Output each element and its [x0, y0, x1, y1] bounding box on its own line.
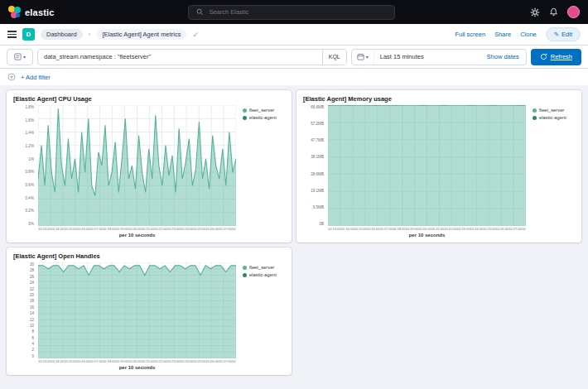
- edit-button[interactable]: ✎ Edit: [546, 27, 581, 41]
- legend-dot-icon: [533, 116, 537, 120]
- y-axis: 1.8%1.6%1.4%1.2%1%0.8%0.6%0.4%0.2%0%: [13, 105, 36, 226]
- legend: fleet_serverelastic-agent: [528, 105, 575, 239]
- y-tick-label: 4: [31, 342, 34, 346]
- query-input-group: KQL: [37, 49, 347, 65]
- y-tick-label: 38.1MB: [311, 155, 324, 159]
- y-tick-label: 0%: [28, 222, 34, 226]
- search-input[interactable]: [209, 8, 388, 16]
- filter-circle-icon[interactable]: [7, 70, 16, 84]
- refresh-icon: [540, 53, 547, 60]
- add-filter-button[interactable]: + Add filter: [21, 74, 51, 81]
- legend-item[interactable]: elastic-agent: [243, 272, 285, 277]
- kql-syntax-button[interactable]: KQL: [322, 50, 346, 65]
- global-search[interactable]: [188, 5, 395, 20]
- legend-item[interactable]: fleet_server: [243, 265, 285, 270]
- time-range-value[interactable]: Last 15 minutes: [374, 53, 430, 60]
- menu-hamburger-icon[interactable]: [7, 31, 17, 38]
- legend-label: elastic-agent: [249, 115, 277, 120]
- refresh-button[interactable]: Refresh: [531, 49, 581, 65]
- breadcrumb-separator: ›: [89, 31, 91, 38]
- dashboard-app-icon[interactable]: D: [22, 28, 35, 41]
- y-tick-label: 6: [31, 336, 34, 340]
- x-axis-label: per 10 seconds: [328, 232, 526, 239]
- y-tick-label: 10: [30, 324, 34, 328]
- show-dates-button[interactable]: Show dates: [480, 53, 526, 60]
- y-tick-label: 26: [30, 275, 34, 279]
- chevron-down-icon: ▾: [23, 54, 26, 60]
- query-bar: ▾ KQL ▾ Last 15 minutes Show dates Refre…: [0, 46, 588, 69]
- navigation-bar: D Dashboard › [Elastic Agent] Agent metr…: [0, 24, 588, 46]
- open-handles-chart[interactable]: [38, 262, 236, 358]
- saved-check-icon: ✓: [192, 31, 199, 39]
- legend-item[interactable]: fleet_server: [533, 108, 575, 113]
- legend-dot-icon: [243, 266, 247, 270]
- elastic-logo[interactable]: elastic: [8, 6, 55, 18]
- panel-title: [Elastic Agent] Memory usage: [303, 95, 575, 103]
- legend: fleet_serverelastic-agent: [239, 105, 285, 239]
- x-axis: 10:13:0010:14:0010:15:0010:16:0010:17:00…: [38, 226, 236, 232]
- legend-item[interactable]: fleet_server: [243, 108, 285, 113]
- legend-label: fleet_server: [249, 265, 274, 270]
- x-axis-label: per 10 seconds: [38, 364, 236, 372]
- y-tick-label: 8: [31, 329, 34, 334]
- legend-item[interactable]: elastic-agent: [243, 115, 285, 120]
- user-avatar[interactable]: [567, 6, 580, 18]
- date-picker: ▾ Last 15 minutes Show dates: [351, 49, 527, 65]
- y-tick-label: 1.2%: [26, 144, 34, 148]
- y-axis: 302826242220181614121086420: [13, 262, 36, 358]
- pencil-icon: ✎: [554, 31, 559, 38]
- settings-gear-icon[interactable]: [529, 7, 540, 17]
- y-tick-label: 9.5MB: [313, 205, 324, 209]
- x-axis-label: per 10 seconds: [38, 232, 236, 239]
- legend-dot-icon: [533, 108, 537, 113]
- elastic-logo-icon: [8, 6, 21, 18]
- y-tick-label: 2: [31, 348, 34, 352]
- breadcrumb-dashboard[interactable]: Dashboard: [41, 29, 83, 40]
- y-tick-label: 16: [30, 305, 34, 310]
- full-screen-button[interactable]: Full screen: [455, 31, 485, 38]
- y-tick-label: 22: [30, 287, 34, 291]
- kql-query-input[interactable]: [38, 53, 322, 60]
- saved-query-menu-button[interactable]: ▾: [7, 49, 33, 65]
- y-axis: 66.6MB57.2MB47.7MB38.1MB28.6MB19.1MB9.5M…: [303, 105, 325, 226]
- y-tick-label: 24: [30, 281, 34, 285]
- y-tick-label: 1.4%: [26, 131, 34, 135]
- y-tick-label: 28: [30, 268, 34, 272]
- y-tick-label: 1%: [28, 157, 34, 161]
- notifications-bell-icon[interactable]: [548, 7, 559, 17]
- x-axis: 10:13:0010:14:0010:15:0010:16:0010:17:00…: [38, 358, 236, 364]
- y-tick-label: 0.2%: [26, 209, 34, 213]
- y-tick-label: 1.6%: [26, 118, 34, 122]
- logo-text: elastic: [25, 7, 55, 17]
- legend-dot-icon: [243, 116, 247, 120]
- clone-button[interactable]: Clone: [520, 31, 537, 38]
- legend-dot-icon: [243, 108, 247, 113]
- y-tick-label: 57.2MB: [311, 122, 324, 126]
- memory-usage-chart[interactable]: [328, 105, 526, 226]
- y-tick-label: 18: [30, 299, 34, 303]
- share-button[interactable]: Share: [494, 31, 511, 38]
- legend-item[interactable]: elastic-agent: [533, 115, 575, 120]
- legend: fleet_serverelastic-agent: [239, 262, 285, 372]
- y-tick-label: 47.7MB: [311, 138, 324, 142]
- breadcrumb-current[interactable]: [Elastic Agent] Agent metrics: [96, 29, 186, 40]
- legend-label: elastic-agent: [249, 272, 277, 277]
- legend-label: elastic-agent: [539, 115, 566, 120]
- y-tick-label: 30: [30, 262, 34, 267]
- panel-open-handles: [Elastic Agent] Open Handles 30282624222…: [7, 247, 292, 375]
- app-header: elastic: [0, 0, 588, 24]
- y-tick-label: 12: [30, 318, 34, 322]
- y-tick-label: 0.6%: [26, 183, 34, 187]
- y-tick-label: 0.8%: [26, 170, 34, 174]
- y-tick-label: 20: [30, 293, 34, 297]
- panel-title: [Elastic Agent] CPU Usage: [13, 95, 285, 103]
- search-icon: [195, 7, 205, 17]
- calendar-menu-button[interactable]: ▾: [352, 50, 374, 65]
- y-tick-label: 0: [31, 354, 34, 358]
- y-tick-label: 28.6MB: [311, 172, 324, 176]
- y-tick-label: 66.6MB: [311, 105, 324, 109]
- legend-label: fleet_server: [249, 108, 274, 113]
- y-tick-label: 14: [30, 311, 34, 315]
- chevron-down-icon: ▾: [366, 54, 369, 60]
- cpu-usage-chart[interactable]: [38, 105, 236, 226]
